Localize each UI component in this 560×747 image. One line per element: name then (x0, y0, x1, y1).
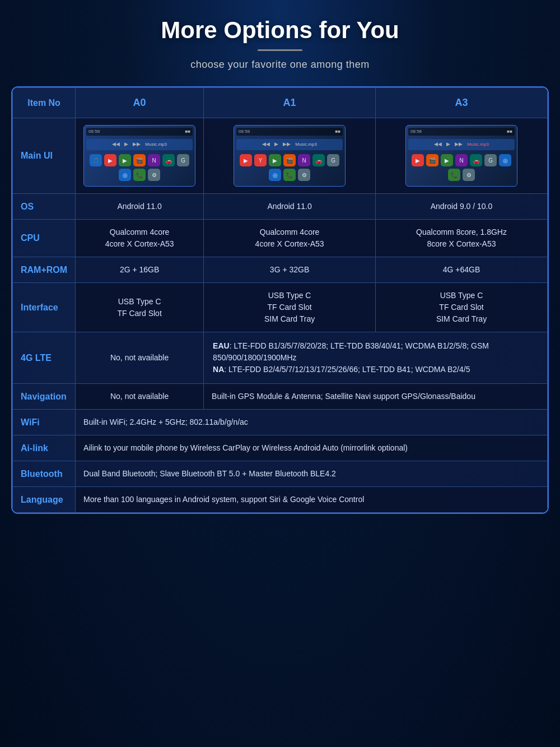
icon-a1-1: ▶ (240, 154, 252, 166)
lte-eau-label: EAU (213, 341, 230, 350)
specs-table: Item No A0 A1 A3 Main UI 08:58 (12, 87, 548, 513)
table-row-os: OS Android 11.0 Android 11.0 Android 9.0… (13, 194, 548, 220)
comparison-table: Item No A0 A1 A3 Main UI 08:58 (11, 86, 549, 514)
icons-row-a1: ▶ Y ▶ 🎬 N 🚗 G ◎ 📞 ⚙ (236, 152, 343, 183)
icon-a3-6: G (484, 154, 497, 166)
icon-a1-10: ⚙ (298, 169, 310, 181)
icon-a1-7: G (327, 154, 339, 166)
ram-rom-a0: 2G + 16GB (76, 257, 204, 283)
top-bar-a1: 08:58 ■■ (236, 128, 343, 136)
wifi-all: Built-in WiFi; 2.4GHz + 5GHz; 802.11a/b/… (76, 410, 548, 435)
icon-a0-3: ▶ (119, 154, 131, 166)
table-header-row: Item No A0 A1 A3 (13, 88, 548, 118)
icon-a0-6: 🚗 (162, 154, 175, 166)
lte-na-text: : LTE-FDD B2/4/5/7/12/13/17/25/26/66; LT… (224, 365, 470, 374)
mock-screen-a0: 08:58 ■■ ◀◀▶▶▶ Music.mp3 🎵 (84, 126, 195, 186)
icon-a3-1: ▶ (412, 154, 424, 166)
label-main-ui: Main UI (13, 118, 76, 194)
icon-a0-5: N (148, 154, 160, 166)
icon-a0-9: 📞 (133, 169, 146, 181)
mock-screen-a3: 08:58 ■■ ◀◀▶▶▶ Music.mp3 ▶ (406, 126, 517, 186)
header-a0: A0 (76, 88, 204, 118)
table-row-bluetooth: Bluetooth Dual Band Bluetooth; Slave Blu… (13, 461, 548, 487)
ram-rom-a1: 3G + 32GB (204, 257, 376, 283)
navigation-a1-a3: Built-in GPS Module & Antenna; Satellite… (204, 384, 548, 410)
ram-rom-a3: 4G +64GB (376, 257, 548, 283)
header-item: Item No (13, 88, 76, 118)
label-language: Language (13, 487, 76, 513)
table-row-cpu: CPU Qualcomm 4core 4core X Cortex-A53 Qu… (13, 220, 548, 257)
language-all: More than 100 languages in Android syste… (76, 487, 548, 513)
icon-a0-7: G (177, 154, 189, 166)
icon-a3-3: ▶ (441, 154, 453, 166)
label-os: OS (13, 194, 76, 220)
icon-a1-2: Y (254, 154, 267, 166)
icon-a0-1: 🎵 (90, 154, 102, 166)
ui-image-a1: 08:58 ■■ ◀◀▶▶▶ Music.mp3 ▶ (234, 125, 346, 187)
navigation-a0: No, not available (76, 384, 204, 410)
mock-screen-a1: 08:58 ■■ ◀◀▶▶▶ Music.mp3 ▶ (234, 126, 345, 186)
icon-a0-2: ▶ (104, 154, 116, 166)
icon-a0-10: ⚙ (148, 169, 160, 181)
bluetooth-all: Dual Band Bluetooth; Slave Bluetooth BT … (76, 461, 548, 487)
icon-a1-9: 📞 (283, 169, 296, 181)
page-wrapper: More Options for You choose your favorit… (11, 17, 549, 514)
page-title: More Options for You (11, 17, 549, 44)
top-bar-a3: 08:58 ■■ (408, 128, 515, 136)
label-interface: Interface (13, 283, 76, 332)
icon-a0-8: ◎ (119, 169, 131, 181)
icon-a3-5: 🚗 (470, 154, 482, 166)
icon-a3-4: N (455, 154, 468, 166)
label-navigation: Navigation (13, 384, 76, 410)
icons-row-a3: ▶ 🎬 ▶ N 🚗 G ◎ 📞 ⚙ (408, 152, 515, 183)
icon-a1-3: ▶ (269, 154, 281, 166)
os-a1: Android 11.0 (204, 194, 376, 220)
icon-a1-8: ◎ (269, 169, 281, 181)
icon-a1-6: 🚗 (312, 154, 325, 166)
cpu-a3: Qualcomm 8core, 1.8GHz 8core X Cortex-A5… (376, 220, 548, 257)
media-bar-a3: ◀◀▶▶▶ Music.mp3 (408, 139, 515, 150)
table-row-lte: 4G LTE No, not available EAU: LTE-FDD B1… (13, 332, 548, 384)
table-row-ram-rom: RAM+ROM 2G + 16GB 3G + 32GB 4G +64GB (13, 257, 548, 283)
main-ui-a1: 08:58 ■■ ◀◀▶▶▶ Music.mp3 ▶ (204, 118, 376, 194)
lte-na-label: NA (213, 365, 224, 374)
table-row-ailink: Ai-link Ailink to your mobile phone by W… (13, 435, 548, 461)
media-bar-a0: ◀◀▶▶▶ Music.mp3 (86, 139, 193, 150)
top-bar-a0: 08:58 ■■ (86, 128, 193, 136)
ui-image-a3: 08:58 ■■ ◀◀▶▶▶ Music.mp3 ▶ (405, 125, 517, 187)
label-cpu: CPU (13, 220, 76, 257)
lte-eau-text: : LTE-FDD B1/3/5/7/8/20/28; LTE-TDD B38/… (213, 341, 489, 362)
main-ui-a0: 08:58 ■■ ◀◀▶▶▶ Music.mp3 🎵 (76, 118, 204, 194)
icon-a3-2: 🎬 (426, 154, 438, 166)
interface-a0: USB Type C TF Card Slot (76, 283, 204, 332)
label-bluetooth: Bluetooth (13, 461, 76, 487)
ui-image-a0: 08:58 ■■ ◀◀▶▶▶ Music.mp3 🎵 (83, 125, 195, 187)
icon-a1-5: N (298, 154, 310, 166)
table-row-main-ui: Main UI 08:58 ■■ ◀◀▶▶▶ (13, 118, 548, 194)
os-a3: Android 9.0 / 10.0 (376, 194, 548, 220)
media-bar-a1: ◀◀▶▶▶ Music.mp3 (236, 139, 343, 150)
cpu-a1: Qualcomm 4core 4core X Cortex-A53 (204, 220, 376, 257)
lte-a1-a3: EAU: LTE-FDD B1/3/5/7/8/20/28; LTE-TDD B… (204, 332, 548, 384)
label-lte: 4G LTE (13, 332, 76, 384)
header-a3: A3 (376, 88, 548, 118)
header-a1: A1 (204, 88, 376, 118)
page-subtitle: choose your favorite one among them (11, 59, 549, 71)
table-row-wifi: WiFi Built-in WiFi; 2.4GHz + 5GHz; 802.1… (13, 410, 548, 435)
icon-a0-4: 🎬 (133, 154, 146, 166)
icon-a3-8: 📞 (448, 169, 460, 181)
label-ram-rom: RAM+ROM (13, 257, 76, 283)
ailink-all: Ailink to your mobile phone by Wireless … (76, 435, 548, 461)
label-wifi: WiFi (13, 410, 76, 435)
main-ui-a3: 08:58 ■■ ◀◀▶▶▶ Music.mp3 ▶ (376, 118, 548, 194)
table-row-language: Language More than 100 languages in Andr… (13, 487, 548, 513)
icon-a3-9: ⚙ (463, 169, 475, 181)
icons-row-a0: 🎵 ▶ ▶ 🎬 N 🚗 G ◎ 📞 ⚙ (86, 152, 193, 183)
lte-a0: No, not available (76, 332, 204, 384)
table-row-navigation: Navigation No, not available Built-in GP… (13, 384, 548, 410)
table-row-interface: Interface USB Type C TF Card Slot USB Ty… (13, 283, 548, 332)
icon-a3-7: ◎ (499, 154, 511, 166)
os-a0: Android 11.0 (76, 194, 204, 220)
title-divider (258, 49, 302, 51)
interface-a3: USB Type C TF Card Slot SIM Card Tray (376, 283, 548, 332)
